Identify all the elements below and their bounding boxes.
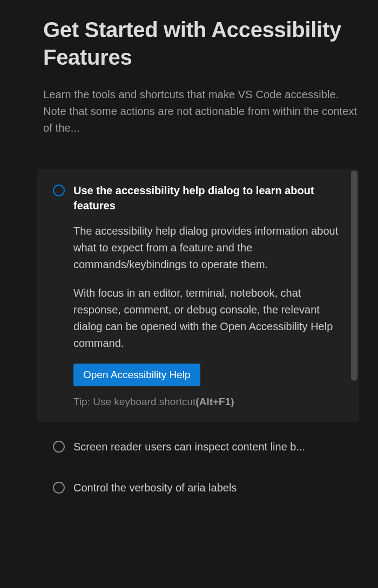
step-title: Use the accessibility help dialog to lea… [73, 183, 339, 213]
step-item-screen-reader[interactable]: Screen reader users can inspect content … [37, 435, 359, 459]
steps-list: Use the accessibility help dialog to lea… [37, 169, 359, 500]
step-status-icon [53, 482, 65, 494]
step-status-icon [53, 184, 65, 196]
scrollbar[interactable] [351, 170, 357, 381]
tip-shortcut: (Alt+F1) [195, 396, 234, 407]
open-accessibility-help-button[interactable]: Open Accessibility Help [73, 364, 200, 386]
step-body: The accessibility help dialog provides i… [53, 223, 339, 408]
page-title: Get Started with Accessibility Features [43, 16, 359, 71]
step-item-verbosity[interactable]: Control the verbosity of aria labels [37, 476, 359, 500]
step-title: Screen reader users can inspect content … [73, 439, 305, 454]
step-header: Use the accessibility help dialog to lea… [53, 183, 339, 213]
step-description-1: The accessibility help dialog provides i… [73, 223, 339, 273]
page-subtitle: Learn the tools and shortcuts that make … [43, 86, 359, 136]
tip-prefix: Tip: Use keyboard shortcut [73, 396, 195, 407]
step-title: Control the verbosity of aria labels [73, 480, 237, 495]
step-description-2: With focus in an editor, terminal, noteb… [73, 285, 339, 352]
step-card-active[interactable]: Use the accessibility help dialog to lea… [37, 169, 359, 422]
walkthrough-container: Get Started with Accessibility Features … [0, 16, 378, 500]
step-tip: Tip: Use keyboard shortcut(Alt+F1) [73, 396, 339, 408]
step-status-icon [53, 441, 65, 453]
